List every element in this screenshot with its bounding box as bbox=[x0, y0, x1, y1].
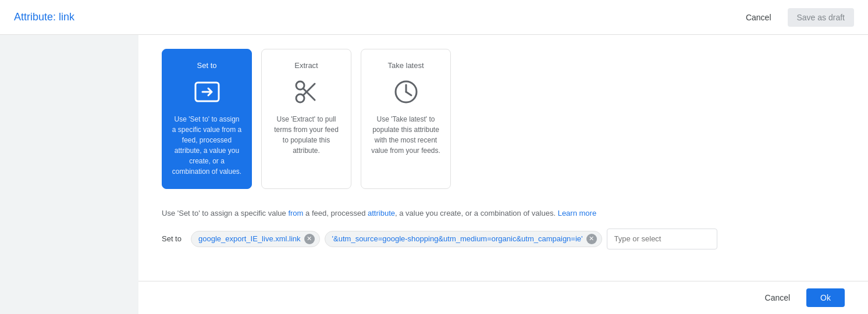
info-text-part1: Use 'Set to' to assign a specific value bbox=[162, 209, 288, 217]
set-to-row: Set to google_export_IE_live.xml.link ✕ … bbox=[162, 229, 845, 249]
ok-button[interactable]: Ok bbox=[806, 288, 845, 307]
set-to-icon bbox=[193, 78, 221, 106]
content-panel: Set to Use 'Set to' to assign a specific… bbox=[138, 35, 868, 281]
sidebar bbox=[0, 35, 138, 314]
clock-icon bbox=[392, 78, 420, 106]
set-to-card-title: Set to bbox=[197, 61, 217, 70]
svg-line-7 bbox=[406, 92, 411, 95]
info-text: Use 'Set to' to assign a specific value … bbox=[162, 208, 845, 219]
page-title: Attribute: link bbox=[14, 11, 74, 23]
extract-card[interactable]: Extract Use 'Extract' to pull terms from… bbox=[261, 49, 351, 189]
chip-utm-params-text: '&utm_source=google-shopping&utm_medium=… bbox=[332, 234, 583, 243]
footer-cancel-button[interactable]: Cancel bbox=[756, 288, 800, 307]
set-to-label: Set to bbox=[162, 234, 182, 243]
info-text-part5: , a value you create, or a combination o… bbox=[395, 209, 558, 217]
save-draft-button[interactable]: Save as draft bbox=[788, 8, 855, 27]
extract-card-title: Extract bbox=[294, 61, 318, 70]
take-latest-card[interactable]: Take latest Use 'Take latest' to populat… bbox=[361, 49, 451, 189]
info-text-part3: a feed, processed bbox=[303, 209, 368, 217]
chip-utm-params: '&utm_source=google-shopping&utm_medium=… bbox=[325, 231, 602, 247]
main-layout: Set to Use 'Set to' to assign a specific… bbox=[0, 35, 868, 314]
chip-feed-link-close[interactable]: ✕ bbox=[304, 234, 315, 244]
title-prefix: Attribute: bbox=[14, 11, 59, 23]
scissors-icon bbox=[293, 78, 321, 106]
info-text-attribute: attribute bbox=[368, 209, 395, 217]
info-text-from: from bbox=[288, 209, 303, 217]
chip-feed-link-text: google_export_IE_live.xml.link bbox=[198, 234, 301, 243]
header: Attribute: link Cancel Save as draft bbox=[0, 0, 868, 35]
set-to-card-desc: Use 'Set to' to assign a specific value … bbox=[172, 114, 242, 177]
extract-card-desc: Use 'Extract' to pull terms from your fe… bbox=[271, 114, 341, 156]
header-cancel-button[interactable]: Cancel bbox=[737, 8, 781, 27]
content-area: Set to Use 'Set to' to assign a specific… bbox=[138, 35, 868, 314]
chip-feed-link: google_export_IE_live.xml.link ✕ bbox=[191, 231, 320, 247]
mode-cards-row: Set to Use 'Set to' to assign a specific… bbox=[162, 49, 845, 189]
title-link: link bbox=[59, 11, 74, 23]
chip-utm-params-close[interactable]: ✕ bbox=[586, 234, 597, 244]
set-to-card[interactable]: Set to Use 'Set to' to assign a specific… bbox=[162, 49, 252, 189]
header-actions: Cancel Save as draft bbox=[737, 8, 854, 27]
take-latest-card-title: Take latest bbox=[387, 61, 424, 70]
learn-more-link[interactable]: Learn more bbox=[558, 209, 596, 217]
take-latest-card-desc: Use 'Take latest' to populate this attri… bbox=[371, 114, 441, 156]
type-select-input[interactable] bbox=[607, 229, 717, 249]
footer: Cancel Ok bbox=[138, 281, 868, 314]
